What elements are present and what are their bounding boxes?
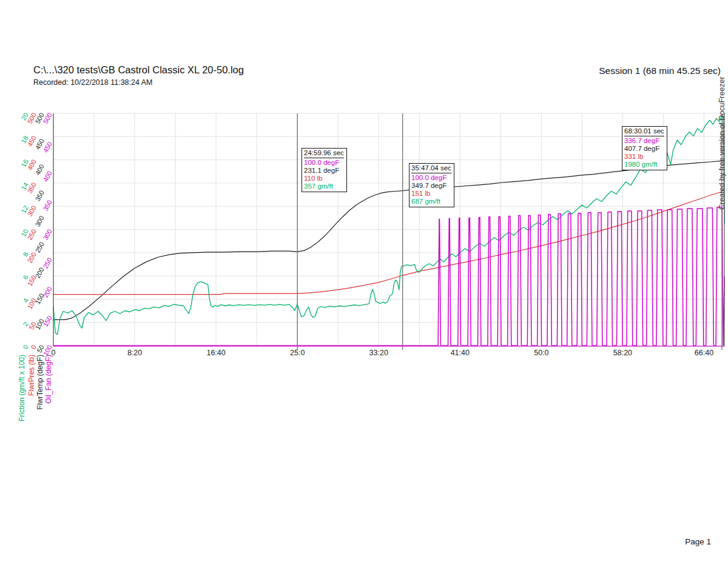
document-page: C:\...\320 tests\GB Castrol Classic XL 2… <box>0 0 728 562</box>
y-tick-label: 200 <box>35 267 45 279</box>
axis-title-friction: Friction (gm/ft x 100) <box>18 355 25 421</box>
y-tick-label: 200 <box>42 286 53 299</box>
annotation-value: 100.0 degF <box>411 174 451 182</box>
annotation-value: 687 gm/ft <box>411 198 451 206</box>
x-tick-label: 8:20 <box>113 349 156 357</box>
annotation-value: 151 lb <box>411 190 451 198</box>
annotation-value: 331 lb <box>624 153 664 161</box>
annotation-value: 357 gm/ft <box>304 182 344 190</box>
x-tick-label: 25:0 <box>276 349 318 357</box>
series-flwrtemp <box>53 161 724 319</box>
y-tick-label: 400 <box>35 164 45 176</box>
y-tick-label: 300 <box>35 215 45 228</box>
y-tick-label: 350 <box>42 199 53 212</box>
annotation-time: 35:47.04 sec <box>411 164 451 173</box>
axis-title-flwrpres: FlwrPres (lb) <box>28 355 35 396</box>
x-tick-label: 58:20 <box>601 349 644 357</box>
y-tick-label: 150 <box>42 315 53 328</box>
annotation-time: 24:59.96 sec <box>304 149 344 158</box>
axis-title-oilfan: Oil_Fan (degF) <box>45 355 52 404</box>
y-tick-label: 250 <box>35 241 45 253</box>
x-tick-label: 33:20 <box>357 349 400 357</box>
y-tick-label: 250 <box>27 228 37 241</box>
recorded-timestamp: Recorded: 10/22/2018 11:38:24 AM <box>33 78 152 87</box>
series-flwrpres <box>53 188 724 294</box>
series-oil_fan <box>53 207 724 346</box>
annotation-value: 336.7 degF <box>624 137 664 145</box>
annotation-time: 68:30.01 sec <box>624 127 664 136</box>
page-number: Page 1 <box>685 537 711 546</box>
y-tick-label: 300 <box>42 228 53 241</box>
y-tick-label: 400 <box>42 170 53 182</box>
y-tick-label: 250 <box>42 257 53 270</box>
watermark: Created by free version of DocuFreezer <box>718 76 726 210</box>
x-tick-label: 41:40 <box>439 349 481 357</box>
annotation-box: 24:59.96 sec100.0 degF231.1 degF110 lb35… <box>302 148 347 192</box>
annotation-value: 100.0 degF <box>304 159 344 167</box>
annotation-value: 231.1 degF <box>304 167 344 175</box>
annotation-value: 110 lb <box>304 175 344 182</box>
x-tick-label: 16:40 <box>195 349 237 357</box>
annotation-value: 407.7 degF <box>624 145 664 153</box>
annotation-value: 1980 gm/ft <box>624 161 664 169</box>
annotation-box: 68:30.01 sec336.7 degF407.7 degF331 lb19… <box>622 126 667 170</box>
annotation-box: 35:47.04 sec100.0 degF349.7 degF151 lb68… <box>409 163 454 207</box>
x-tick-label: 66:40 <box>682 349 725 357</box>
x-tick-label: 50:0 <box>520 349 562 357</box>
axis-title-flwrtemp: FlwrTemp (degF) <box>36 355 44 410</box>
annotation-value: 349.7 degF <box>411 182 451 190</box>
file-path: C:\...\320 tests\GB Castrol Classic XL 2… <box>33 64 244 76</box>
y-tick-label: 350 <box>35 189 45 202</box>
y-tick-label: 0 <box>22 344 29 350</box>
session-label: Session 1 (68 min 45.25 sec) <box>599 65 721 76</box>
